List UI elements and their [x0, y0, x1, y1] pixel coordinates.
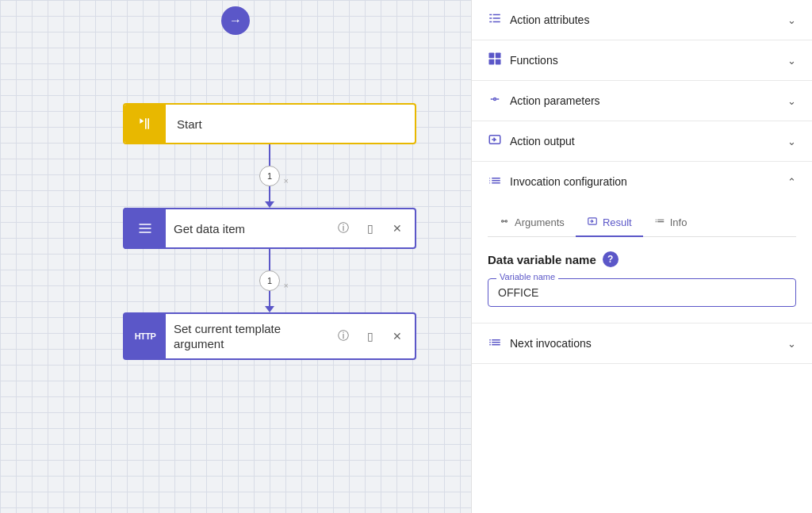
arrow-right-icon: →: [229, 13, 242, 28]
data-node-icon: [124, 208, 166, 249]
result-tab-icon: [587, 216, 598, 229]
start-node-icon: [124, 105, 166, 143]
invocation-tabs: Arguments Result Info: [488, 209, 796, 237]
http-node-actions: ⓘ ▯ ✕: [332, 325, 415, 347]
action-output-icon: [488, 132, 502, 150]
invocation-body: Arguments Result Info Data variable: [472, 201, 812, 323]
section-action-attributes-title: Action attributes: [488, 11, 589, 29]
section-action-output: Action output ⌄: [472, 121, 812, 162]
get-data-item-node: Get data item ⓘ ▯ ✕: [123, 208, 416, 249]
http-node-icon: HTTP: [124, 314, 166, 358]
section-invocation-config-header[interactable]: Invocation configuration ⌃: [472, 162, 812, 201]
tab-info[interactable]: Info: [643, 209, 699, 237]
svg-rect-3: [496, 59, 501, 65]
variable-input-wrap: Variable name: [488, 278, 796, 307]
svg-rect-1: [496, 53, 501, 59]
connector-1: 1 ×: [265, 144, 274, 208]
svg-point-9: [502, 220, 504, 222]
svg-point-6: [490, 178, 492, 179]
section-action-parameters-header[interactable]: Action parameters ⌄: [472, 81, 812, 121]
http-node-copy-button[interactable]: ▯: [359, 325, 381, 347]
action-attributes-icon: [488, 11, 502, 29]
section-invocation-config-title: Invocation configuration: [488, 173, 627, 190]
section-action-attributes: Action attributes ⌄: [472, 0, 812, 40]
next-invocations-header[interactable]: Next invocations ⌄: [472, 323, 812, 363]
data-node-info-button[interactable]: ⓘ: [332, 217, 354, 239]
svg-point-10: [505, 220, 507, 222]
section-functions-title: Functions: [488, 52, 558, 69]
section-action-output-header[interactable]: Action output ⌄: [472, 121, 812, 161]
info-tab-icon: [654, 216, 665, 229]
svg-rect-0: [489, 53, 495, 59]
action-output-chevron: ⌄: [787, 136, 796, 147]
next-invocations-title: Next invocations: [488, 335, 592, 352]
data-node-close-button[interactable]: ✕: [386, 217, 408, 239]
connector-arrow-2: [265, 306, 274, 312]
http-node-label: Set current template argument: [166, 321, 332, 352]
section-functions-header[interactable]: Functions ⌄: [472, 40, 812, 80]
tab-result[interactable]: Result: [576, 209, 643, 237]
help-icon[interactable]: ?: [603, 251, 619, 267]
data-node-copy-button[interactable]: ▯: [359, 217, 381, 239]
next-invocations-chevron: ⌄: [787, 338, 796, 350]
start-node-label: Start: [166, 117, 213, 131]
section-functions: Functions ⌄: [472, 40, 812, 81]
action-attributes-chevron: ⌄: [787, 14, 796, 26]
connector-close-1[interactable]: ×: [284, 176, 289, 186]
http-node-info-button[interactable]: ⓘ: [332, 325, 354, 347]
action-parameters-chevron: ⌄: [787, 95, 796, 107]
section-action-attributes-header[interactable]: Action attributes ⌄: [472, 0, 812, 40]
connector-arrow-1: [265, 201, 274, 208]
connector-badge-2[interactable]: 1 ×: [259, 270, 280, 291]
start-node: Start: [123, 103, 416, 144]
http-node: HTTP Set current template argument ⓘ ▯ ✕: [123, 312, 416, 360]
svg-rect-2: [489, 59, 495, 65]
data-variable-title: Data variable name ?: [488, 251, 796, 267]
section-action-output-title: Action output: [488, 132, 575, 150]
invocation-config-chevron: ⌃: [787, 176, 796, 188]
arguments-tab-icon: [499, 216, 510, 229]
data-node-actions: ⓘ ▯ ✕: [332, 217, 415, 239]
canvas-nav-button[interactable]: →: [221, 6, 250, 35]
variable-input-label: Variable name: [496, 272, 558, 281]
functions-icon: [488, 52, 502, 69]
section-action-parameters: Action parameters ⌄: [472, 81, 812, 121]
svg-point-7: [490, 180, 492, 182]
connector-close-2[interactable]: ×: [284, 281, 289, 290]
section-next-invocations: Next invocations ⌄: [472, 323, 812, 364]
connector-2: 1 ×: [265, 249, 274, 312]
invocation-config-icon: [488, 173, 502, 190]
right-panel: Action attributes ⌄ Functions ⌄ Action p…: [471, 0, 812, 513]
svg-point-4: [494, 98, 496, 101]
flow-container: Start 1 × Get data item ⓘ ▯ ✕: [123, 103, 416, 360]
data-node-label: Get data item: [166, 222, 332, 235]
functions-chevron: ⌄: [787, 55, 796, 67]
connector-badge-1[interactable]: 1 ×: [259, 166, 280, 186]
action-parameters-icon: [488, 92, 502, 109]
flow-canvas: → Start 1 × Get data item: [0, 0, 471, 513]
section-invocation-config: Invocation configuration ⌃ Arguments Res: [472, 162, 812, 323]
section-action-parameters-title: Action parameters: [488, 92, 600, 109]
svg-point-8: [490, 182, 492, 184]
tab-arguments[interactable]: Arguments: [488, 209, 576, 237]
next-invocations-icon: [488, 335, 502, 352]
variable-name-input[interactable]: [498, 286, 786, 299]
http-node-close-button[interactable]: ✕: [386, 325, 408, 347]
